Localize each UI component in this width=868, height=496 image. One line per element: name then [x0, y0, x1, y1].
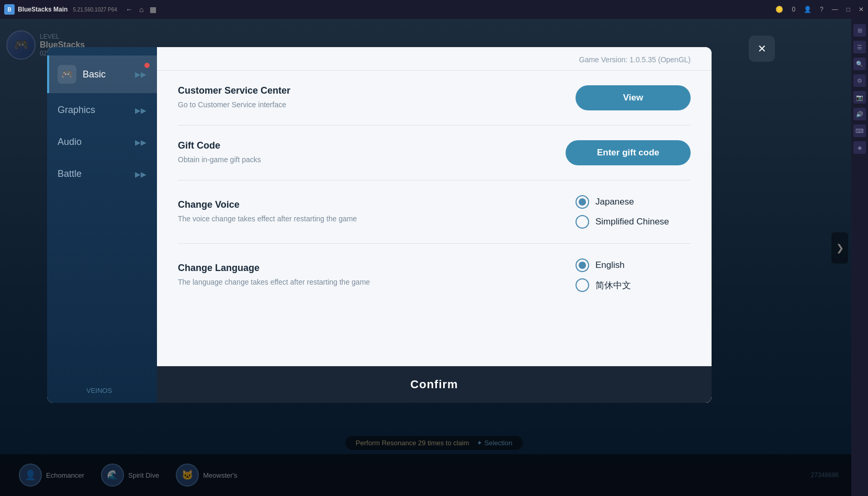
gift-code-title: Gift Code — [178, 140, 555, 151]
vein-os-logo: VEINOS — [86, 386, 118, 394]
settings-nav: 🎮 Basic ▶▶ Graphics ▶▶ Audio ▶▶ Battle ▶… — [47, 47, 157, 403]
settings-row-gift-code: Gift Code Obtain in-game gift packs Ente… — [178, 126, 691, 181]
app-icon: B — [4, 4, 15, 15]
app-logo: B BlueStacks Main 5.21.560.1027 P64 — [4, 4, 117, 15]
app-subtitle: 5.21.560.1027 P64 — [73, 7, 117, 13]
close-button[interactable]: ✕ — [859, 6, 864, 13]
coin-count: 0 — [792, 6, 795, 13]
radio-circle-english — [576, 258, 589, 272]
customer-service-title: Customer Service Center — [178, 85, 565, 96]
nav-logo: VEINOS — [78, 378, 126, 403]
customer-service-desc: Go to Customer Service interface — [178, 99, 565, 110]
nav-item-basic[interactable]: 🎮 Basic ▶▶ — [47, 55, 157, 93]
radio-circle-simplified-chinese-lang — [576, 278, 589, 292]
change-voice-desc: The voice change takes effect after rest… — [178, 213, 565, 224]
nav-label-basic: Basic — [83, 69, 106, 80]
app-title: BlueStacks Main — [18, 6, 67, 13]
radio-japanese[interactable]: Japanese — [576, 195, 691, 209]
change-voice-control: Japanese Simplified Chinese — [576, 195, 691, 229]
nav-item-battle[interactable]: Battle ▶▶ — [47, 159, 157, 189]
change-language-desc: The language change takes effect after r… — [178, 277, 565, 288]
nav-label-audio: Audio — [58, 137, 82, 148]
nav-arrow-graphics: ▶▶ — [135, 106, 146, 115]
svg-text:VEINOS: VEINOS — [86, 387, 112, 394]
maximize-button[interactable]: □ — [847, 6, 850, 13]
sidebar-icon-4[interactable]: ⚙ — [853, 74, 866, 87]
nav-label-graphics: Graphics — [58, 105, 95, 116]
titlebar-controls: 🪙 0 👤 ? — □ ✕ — [775, 6, 864, 13]
gift-code-control: Enter gift code — [566, 140, 691, 165]
nav-arrow-audio: ▶▶ — [135, 138, 146, 146]
change-voice-title: Change Voice — [178, 199, 565, 210]
settings-content: Game Version: 1.0.5.35 (OpenGL) Customer… — [157, 47, 712, 403]
home-icon[interactable]: ⌂ — [139, 5, 143, 14]
sidebar-icon-8[interactable]: ◈ — [853, 141, 866, 154]
sidebar-icon-6[interactable]: 🔊 — [853, 108, 866, 120]
help-icon[interactable]: ? — [820, 6, 824, 13]
titlebar: B BlueStacks Main 5.21.560.1027 P64 ← ⌂ … — [0, 0, 868, 19]
basic-icon: 🎮 — [58, 65, 76, 84]
gift-code-label: Gift Code Obtain in-game gift packs — [178, 140, 555, 165]
nav-arrow-basic: ▶▶ — [135, 70, 146, 78]
sidebar-icon-3[interactable]: 🔍 — [853, 58, 866, 70]
change-language-label: Change Language The language change take… — [178, 263, 565, 288]
coin-icon: 🪙 — [775, 6, 783, 13]
radio-simplified-chinese-lang[interactable]: 简休中文 — [576, 278, 691, 292]
game-version: Game Version: 1.0.5.35 (OpenGL) — [579, 55, 691, 64]
view-button[interactable]: View — [576, 85, 691, 110]
history-icon[interactable]: ▦ — [150, 5, 156, 14]
nav-arrow-battle: ▶▶ — [135, 170, 146, 178]
nav-item-audio[interactable]: Audio ▶▶ — [47, 127, 157, 157]
settings-header: Game Version: 1.0.5.35 (OpenGL) — [157, 47, 712, 71]
radio-simplified-chinese[interactable]: Simplified Chinese — [576, 215, 691, 229]
sidebar-icon-7[interactable]: ⌨ — [853, 125, 866, 137]
settings-row-change-voice: Change Voice The voice change takes effe… — [178, 181, 691, 244]
radio-circle-simplified-chinese — [576, 215, 589, 229]
change-language-control: English 简休中文 — [576, 258, 691, 292]
titlebar-nav: ← ⌂ ▦ — [126, 5, 156, 14]
radio-label-simplified-chinese-lang: 简休中文 — [595, 279, 631, 291]
settings-panel: 🎮 Basic ▶▶ Graphics ▶▶ Audio ▶▶ Battle ▶… — [47, 47, 712, 403]
gift-code-desc: Obtain in-game gift packs — [178, 154, 555, 165]
confirm-button[interactable]: Confirm — [157, 366, 712, 403]
change-voice-label: Change Voice The voice change takes effe… — [178, 199, 565, 224]
enter-gift-code-button[interactable]: Enter gift code — [566, 140, 691, 165]
customer-service-label: Customer Service Center Go to Customer S… — [178, 85, 565, 110]
settings-body[interactable]: Customer Service Center Go to Customer S… — [157, 71, 712, 366]
back-icon[interactable]: ← — [126, 5, 133, 14]
sidebar-icon-5[interactable]: 📷 — [853, 91, 866, 104]
nav-badge-basic — [144, 63, 150, 68]
settings-footer: Confirm — [157, 366, 712, 403]
customer-service-control: View — [576, 85, 691, 110]
radio-label-english: English — [595, 260, 625, 270]
sidebar-icon-2[interactable]: ☰ — [853, 41, 866, 53]
minimize-button[interactable]: — — [832, 6, 838, 13]
nav-label-battle: Battle — [58, 168, 82, 179]
radio-circle-japanese — [576, 195, 589, 209]
settings-close-button[interactable]: ✕ — [749, 36, 775, 62]
radio-label-simplified-chinese: Simplified Chinese — [595, 217, 669, 227]
radio-label-japanese: Japanese — [595, 197, 634, 207]
settings-row-customer-service: Customer Service Center Go to Customer S… — [178, 71, 691, 126]
nav-item-graphics[interactable]: Graphics ▶▶ — [47, 95, 157, 125]
radio-english[interactable]: English — [576, 258, 691, 272]
settings-row-change-language: Change Language The language change take… — [178, 244, 691, 307]
profile-icon[interactable]: 👤 — [804, 6, 811, 13]
sidebar-icon-1[interactable]: ⊞ — [853, 24, 866, 37]
change-language-title: Change Language — [178, 263, 565, 274]
right-sidebar: ⊞ ☰ 🔍 ⚙ 📷 🔊 ⌨ ◈ — [851, 19, 868, 496]
